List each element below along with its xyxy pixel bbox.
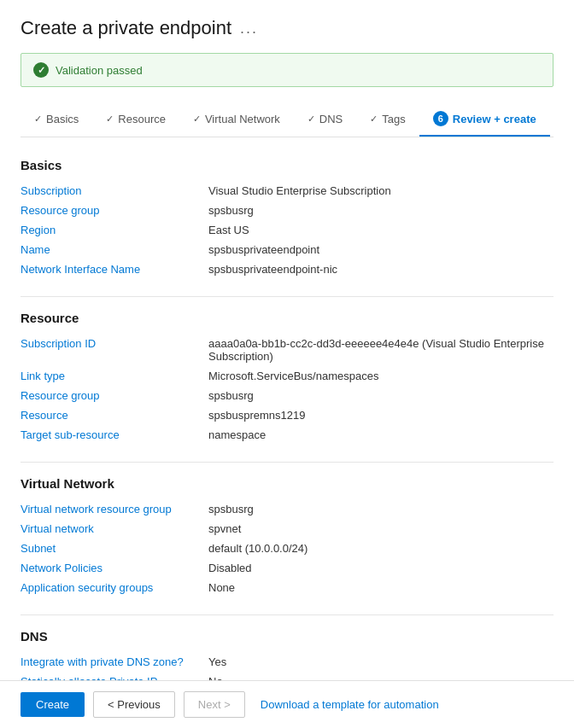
field-vnet: Virtual network spvnet bbox=[20, 519, 554, 539]
divider-1 bbox=[20, 296, 554, 297]
basics-section-title: Basics bbox=[20, 158, 554, 172]
virtualnetwork-check-icon: ✓ bbox=[193, 114, 201, 125]
value-name: spsbusprivateendpoint bbox=[208, 243, 554, 256]
tabs-bar: ✓ Basics ✓ Resource ✓ Virtual Network ✓ … bbox=[20, 104, 554, 137]
field-subscription: Subscription Visual Studio Enterprise Su… bbox=[20, 181, 554, 201]
field-target-subresource: Target sub-resource namespace bbox=[20, 425, 554, 445]
tab-dns-label: DNS bbox=[319, 113, 343, 125]
dns-section-title: DNS bbox=[20, 629, 554, 644]
field-subnet: Subnet default (10.0.0.0/24) bbox=[20, 539, 554, 558]
value-resource-group: spsbusrg bbox=[208, 204, 554, 217]
tab-virtual-network[interactable]: ✓ Virtual Network bbox=[179, 106, 294, 136]
label-link-type: Link type bbox=[20, 370, 208, 382]
resource-section: Resource Subscription ID aaaa0a0a-bb1b-c… bbox=[20, 311, 554, 445]
tab-tags-label: Tags bbox=[382, 113, 405, 125]
tab-resource-label: Resource bbox=[118, 113, 166, 125]
value-network-policies: Disabled bbox=[208, 562, 554, 574]
label-resource-group-res: Resource group bbox=[20, 389, 208, 402]
label-subscription-id: Subscription ID bbox=[20, 337, 208, 350]
tab-virtual-network-label: Virtual Network bbox=[205, 113, 280, 125]
basics-section: Basics Subscription Visual Studio Enterp… bbox=[20, 158, 554, 279]
label-app-security-groups: Application security groups bbox=[20, 581, 208, 594]
tab-review-create[interactable]: 6 Review + create bbox=[419, 104, 550, 137]
tab-review-create-label: Review + create bbox=[453, 113, 536, 125]
value-nic-name: spsbusprivateendpoint-nic bbox=[208, 263, 554, 276]
value-vnet: spvnet bbox=[208, 522, 554, 535]
field-vnet-rg: Virtual network resource group spsbusrg bbox=[20, 499, 554, 519]
virtual-network-section-title: Virtual Network bbox=[20, 476, 554, 491]
label-vnet-rg: Virtual network resource group bbox=[20, 503, 208, 515]
value-resource-group-res: spsbusrg bbox=[208, 389, 554, 402]
value-subscription: Visual Studio Enterprise Subscription bbox=[208, 184, 554, 197]
label-nic-name: Network Interface Name bbox=[20, 263, 208, 276]
value-integrate-dns: Yes bbox=[208, 655, 554, 668]
basics-check-icon: ✓ bbox=[34, 114, 42, 125]
virtual-network-section: Virtual Network Virtual network resource… bbox=[20, 476, 554, 597]
footer: Create < Previous Next > Download a temp… bbox=[0, 680, 574, 728]
value-subnet: default (10.0.0.0/24) bbox=[208, 542, 554, 555]
field-network-policies: Network Policies Disabled bbox=[20, 558, 554, 578]
validation-message: Validation passed bbox=[56, 64, 143, 77]
resource-section-title: Resource bbox=[20, 311, 554, 325]
label-subscription: Subscription bbox=[20, 184, 208, 197]
value-region: East US bbox=[208, 224, 554, 236]
page-title: Create a private endpoint ... bbox=[20, 17, 554, 39]
field-resource-group-res: Resource group spsbusrg bbox=[20, 386, 554, 405]
field-resource-group: Resource group spsbusrg bbox=[20, 201, 554, 220]
dns-check-icon: ✓ bbox=[308, 114, 315, 125]
create-button[interactable]: Create bbox=[20, 692, 85, 717]
field-link-type: Link type Microsoft.ServiceBus/namespace… bbox=[20, 366, 554, 386]
resource-check-icon: ✓ bbox=[106, 114, 114, 125]
tab-basics[interactable]: ✓ Basics bbox=[20, 106, 92, 136]
value-link-type: Microsoft.ServiceBus/namespaces bbox=[208, 370, 554, 382]
validation-banner: Validation passed bbox=[20, 53, 554, 87]
tab-dns[interactable]: ✓ DNS bbox=[294, 106, 356, 136]
label-network-policies: Network Policies bbox=[20, 562, 208, 574]
next-button[interactable]: Next > bbox=[184, 691, 245, 718]
value-vnet-rg: spsbusrg bbox=[208, 503, 554, 515]
value-target-subresource: namespace bbox=[208, 428, 554, 441]
download-template-link[interactable]: Download a template for automation bbox=[261, 698, 439, 711]
value-resource: spsbuspremns1219 bbox=[208, 409, 554, 422]
label-integrate-dns: Integrate with private DNS zone? bbox=[20, 655, 208, 668]
label-subnet: Subnet bbox=[20, 542, 208, 555]
label-resource: Resource bbox=[20, 409, 208, 422]
label-vnet: Virtual network bbox=[20, 522, 208, 535]
validation-check-icon bbox=[33, 62, 49, 78]
tab-resource[interactable]: ✓ Resource bbox=[92, 106, 179, 136]
field-resource: Resource spsbuspremns1219 bbox=[20, 405, 554, 425]
label-resource-group: Resource group bbox=[20, 204, 208, 217]
value-subscription-id: aaaa0a0a-bb1b-cc2c-dd3d-eeeeee4e4e4e (Vi… bbox=[208, 337, 554, 363]
label-region: Region bbox=[20, 224, 208, 236]
divider-2 bbox=[20, 462, 554, 463]
tab-review-create-num: 6 bbox=[433, 111, 448, 126]
field-integrate-dns: Integrate with private DNS zone? Yes bbox=[20, 652, 554, 672]
label-name: Name bbox=[20, 243, 208, 256]
value-app-security-groups: None bbox=[208, 581, 554, 594]
previous-button[interactable]: < Previous bbox=[93, 691, 175, 718]
tab-tags[interactable]: ✓ Tags bbox=[356, 106, 419, 136]
tags-check-icon: ✓ bbox=[370, 114, 378, 125]
field-subscription-id: Subscription ID aaaa0a0a-bb1b-cc2c-dd3d-… bbox=[20, 334, 554, 366]
ellipsis-icon: ... bbox=[240, 20, 258, 38]
tab-basics-label: Basics bbox=[46, 113, 79, 125]
field-app-security-groups: Application security groups None bbox=[20, 578, 554, 597]
label-target-subresource: Target sub-resource bbox=[20, 428, 208, 441]
field-region: Region East US bbox=[20, 220, 554, 240]
field-nic-name: Network Interface Name spsbusprivateendp… bbox=[20, 259, 554, 279]
field-name: Name spsbusprivateendpoint bbox=[20, 240, 554, 259]
divider-3 bbox=[20, 614, 554, 615]
